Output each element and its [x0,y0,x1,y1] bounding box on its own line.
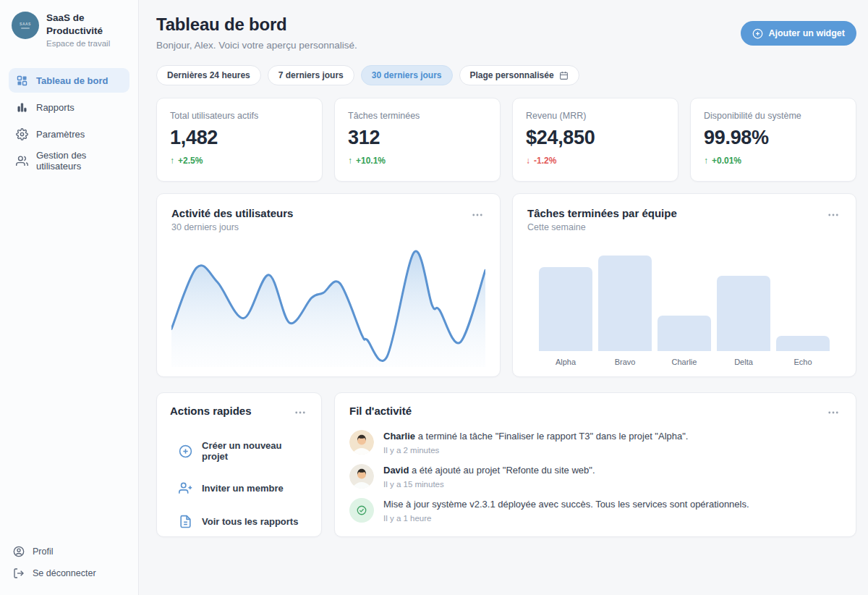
page-header: Tableau de bord Bonjour, Alex. Voici vot… [156,14,856,51]
kpi-value: $24,850 [526,127,665,149]
bar-echo [776,336,830,351]
activity-feed-title: Fil d'activité [349,405,412,417]
sidebar-item-logout[interactable]: Se déconnecter [13,567,125,579]
bar-charlie [658,316,711,351]
action-label: Créer un nouveau projet [202,440,308,462]
bar-label: Bravo [615,358,636,368]
activity-timestamp: Il y a 15 minutes [383,480,595,489]
bar-slot-bravo: Bravo [598,256,652,368]
sidebar-item-dashboard[interactable]: Tableau de bord [9,68,129,93]
activity-timestamp: Il y a 2 minutes [383,446,688,455]
bar-label: Delta [734,358,753,368]
activity-item: Charlie a terminé la tâche "Finaliser le… [349,430,841,455]
users-icon [16,155,28,167]
kpi-value: 312 [348,127,487,149]
activity-feed-card: Fil d'activité Charlie a terminé la tâch… [334,392,856,537]
sidebar-nav: Tableau de bord Rapports Paramètres Gest… [9,68,129,173]
bar-slot-charlie: Charlie [658,316,711,368]
quick-actions-card: Actions rapides Créer un nouveau projet … [156,392,322,537]
kpi-card-tasks-completed: Tâches terminées 312 ↑+10.1% [334,98,501,182]
plus-circle-icon [179,444,192,458]
quick-actions-title: Actions rapides [170,405,252,417]
bar-slot-alpha: Alpha [539,267,592,368]
action-invite-member[interactable]: Inviter un membre [170,481,308,495]
kpi-value: 99.98% [704,127,843,149]
workspace-logo-text: SAAS [20,22,31,26]
team-bars-chart: AlphaBravoCharlieDeltaEcho [527,238,841,368]
more-options-icon[interactable] [825,207,841,223]
action-view-reports[interactable]: Voir tous les rapports [170,515,308,528]
activity-actor: Charlie [383,431,415,442]
sidebar-item-profile[interactable]: Profil [13,546,125,557]
bar-alpha [539,267,592,351]
bar-slot-echo: Echo [776,336,830,368]
activity-text: Charlie a terminé la tâche "Finaliser le… [383,430,688,443]
bar-bravo [598,256,652,351]
more-options-icon[interactable] [469,207,485,223]
chart-title: Tâches terminées par équipe [527,207,677,219]
plus-circle-icon [752,28,763,39]
kpi-label: Tâches terminées [348,111,487,121]
kpi-delta-value: +10.1% [356,156,386,166]
workspace-subtitle: Espace de travail [46,39,127,48]
activity-text: David a été ajouté au projet "Refonte du… [383,464,595,477]
filter-last-7-days[interactable]: 7 derniers jours [268,65,354,85]
kpi-delta: ↑+2.5% [170,156,309,166]
page-title: Tableau de bord [156,14,357,35]
trend-arrow-icon: ↑ [170,156,174,166]
user-plus-icon [179,481,192,495]
filter-label: Plage personnalisée [470,70,554,80]
more-options-icon[interactable] [292,405,308,421]
activity-message: Mise à jour système v2.3.1 déployée avec… [383,499,749,510]
add-widget-button[interactable]: Ajouter un widget [741,21,856,46]
sidebar-item-reports[interactable]: Rapports [9,95,129,119]
bar-slot-delta: Delta [717,276,770,368]
kpi-delta: ↑+0.01% [704,156,843,166]
bar-label: Alpha [556,358,576,368]
action-label: Voir tous les rapports [202,516,298,527]
chart-subtitle: Cette semaine [527,222,677,232]
activity-item: David a été ajouté au projet "Refonte du… [349,464,841,489]
kpi-label: Total utilisateurs actifs [170,111,309,121]
sidebar-footer-label: Se déconnecter [33,568,96,578]
chart-title: Activité des utilisateurs [171,207,293,219]
activity-message: a été ajouté au projet "Refonte du site … [412,465,595,476]
sidebar-item-label: Tableau de bord [36,75,108,86]
kpi-value: 1,482 [170,127,309,149]
filter-last-24-hours[interactable]: Dernières 24 heures [156,65,261,85]
sidebar-item-user-management[interactable]: Gestion des utilisateurs [9,148,129,173]
dashboard-grid-icon [16,75,28,87]
bottom-row: Actions rapides Créer un nouveau projet … [156,392,856,537]
trend-arrow-icon: ↑ [348,156,352,166]
check-circle-icon [349,498,374,523]
sidebar-item-label: Gestion des utilisateurs [36,150,122,172]
filter-label: 30 derniers jours [372,70,442,80]
chart-subtitle: 30 derniers jours [171,222,293,232]
add-widget-label: Ajouter un widget [768,28,845,38]
kpi-delta: ↓-1.2% [526,156,665,166]
logout-icon [13,567,25,579]
action-create-project[interactable]: Créer un nouveau projet [170,440,308,462]
time-range-filters: Dernières 24 heures 7 derniers jours 30 … [156,65,856,85]
sidebar-footer: Profil Se déconnecter [9,546,129,585]
workspace-header: SAAS SaaS de Productivité Espace de trav… [9,10,129,49]
kpi-row: Total utilisateurs actifs 1,482 ↑+2.5% T… [156,98,856,182]
file-text-icon [179,515,192,528]
activity-text: Mise à jour système v2.3.1 déployée avec… [383,498,749,511]
more-options-icon[interactable] [825,405,841,421]
workspace-name: SaaS de Productivité [46,12,127,37]
activity-message: a terminé la tâche "Finaliser le rapport… [418,431,689,442]
kpi-label: Revenu (MRR) [526,111,665,121]
user-activity-card: Activité des utilisateurs 30 derniers jo… [156,193,501,377]
filter-custom-range[interactable]: Plage personnalisée [459,65,579,85]
sidebar-item-settings[interactable]: Paramètres [9,122,129,146]
avatar-charlie [349,430,374,455]
activity-actor: David [383,465,409,476]
bar-label: Echo [793,358,812,368]
kpi-card-revenue: Revenu (MRR) $24,850 ↓-1.2% [512,98,678,182]
gear-icon [16,128,28,140]
sidebar-item-label: Rapports [36,102,75,113]
filter-last-30-days[interactable]: 30 derniers jours [361,65,453,85]
user-activity-line-chart [171,238,485,368]
activity-list: Charlie a terminé la tâche "Finaliser le… [349,430,841,523]
